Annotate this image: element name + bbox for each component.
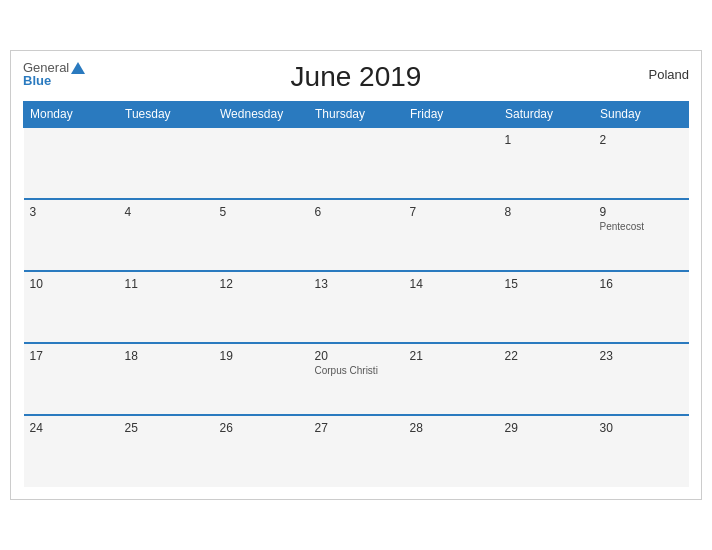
calendar-cell bbox=[309, 127, 404, 199]
calendar-cell: 29 bbox=[499, 415, 594, 487]
day-number: 20 bbox=[315, 349, 398, 363]
calendar-grid: MondayTuesdayWednesdayThursdayFridaySatu… bbox=[23, 101, 689, 487]
day-number: 4 bbox=[125, 205, 208, 219]
calendar-cell: 26 bbox=[214, 415, 309, 487]
week-row-2: 10111213141516 bbox=[24, 271, 689, 343]
country-label: Poland bbox=[649, 67, 689, 82]
calendar-cell: 3 bbox=[24, 199, 119, 271]
calendar-cell: 13 bbox=[309, 271, 404, 343]
day-number: 3 bbox=[30, 205, 113, 219]
logo-triangle-icon bbox=[71, 62, 85, 74]
day-number: 21 bbox=[410, 349, 493, 363]
calendar-cell: 12 bbox=[214, 271, 309, 343]
calendar-cell bbox=[119, 127, 214, 199]
day-number: 29 bbox=[505, 421, 588, 435]
day-number: 19 bbox=[220, 349, 303, 363]
day-event: Pentecost bbox=[600, 221, 683, 232]
calendar-cell: 8 bbox=[499, 199, 594, 271]
calendar-cell: 21 bbox=[404, 343, 499, 415]
day-number: 5 bbox=[220, 205, 303, 219]
calendar-cell: 17 bbox=[24, 343, 119, 415]
calendar-cell bbox=[214, 127, 309, 199]
day-number: 26 bbox=[220, 421, 303, 435]
day-number: 27 bbox=[315, 421, 398, 435]
day-number: 13 bbox=[315, 277, 398, 291]
calendar-cell bbox=[24, 127, 119, 199]
calendar-cell: 15 bbox=[499, 271, 594, 343]
calendar-cell: 6 bbox=[309, 199, 404, 271]
weekday-header-friday: Friday bbox=[404, 102, 499, 128]
day-event: Corpus Christi bbox=[315, 365, 398, 376]
calendar-cell: 20Corpus Christi bbox=[309, 343, 404, 415]
day-number: 23 bbox=[600, 349, 683, 363]
day-number: 15 bbox=[505, 277, 588, 291]
day-number: 16 bbox=[600, 277, 683, 291]
day-number: 8 bbox=[505, 205, 588, 219]
calendar-cell: 2 bbox=[594, 127, 689, 199]
calendar-cell: 25 bbox=[119, 415, 214, 487]
day-number: 10 bbox=[30, 277, 113, 291]
weekday-header-saturday: Saturday bbox=[499, 102, 594, 128]
calendar-cell bbox=[404, 127, 499, 199]
calendar-header: General Blue June 2019 Poland bbox=[23, 61, 689, 93]
weekday-header-sunday: Sunday bbox=[594, 102, 689, 128]
day-number: 9 bbox=[600, 205, 683, 219]
calendar-cell: 9Pentecost bbox=[594, 199, 689, 271]
calendar-title: June 2019 bbox=[291, 61, 422, 93]
weekday-header-wednesday: Wednesday bbox=[214, 102, 309, 128]
calendar-cell: 27 bbox=[309, 415, 404, 487]
week-row-3: 17181920Corpus Christi212223 bbox=[24, 343, 689, 415]
calendar-cell: 19 bbox=[214, 343, 309, 415]
calendar-cell: 7 bbox=[404, 199, 499, 271]
weekday-header-monday: Monday bbox=[24, 102, 119, 128]
day-number: 11 bbox=[125, 277, 208, 291]
week-row-4: 24252627282930 bbox=[24, 415, 689, 487]
weekday-header-thursday: Thursday bbox=[309, 102, 404, 128]
logo: General Blue bbox=[23, 61, 85, 87]
calendar-cell: 24 bbox=[24, 415, 119, 487]
logo-blue-text: Blue bbox=[23, 74, 85, 87]
calendar-cell: 1 bbox=[499, 127, 594, 199]
calendar-cell: 28 bbox=[404, 415, 499, 487]
calendar-cell: 4 bbox=[119, 199, 214, 271]
weekday-header-tuesday: Tuesday bbox=[119, 102, 214, 128]
calendar-cell: 23 bbox=[594, 343, 689, 415]
day-number: 17 bbox=[30, 349, 113, 363]
week-row-0: 12 bbox=[24, 127, 689, 199]
week-row-1: 3456789Pentecost bbox=[24, 199, 689, 271]
day-number: 25 bbox=[125, 421, 208, 435]
day-number: 14 bbox=[410, 277, 493, 291]
calendar-cell: 16 bbox=[594, 271, 689, 343]
day-number: 28 bbox=[410, 421, 493, 435]
day-number: 22 bbox=[505, 349, 588, 363]
calendar-cell: 22 bbox=[499, 343, 594, 415]
day-number: 12 bbox=[220, 277, 303, 291]
day-number: 18 bbox=[125, 349, 208, 363]
day-number: 6 bbox=[315, 205, 398, 219]
weekday-header-row: MondayTuesdayWednesdayThursdayFridaySatu… bbox=[24, 102, 689, 128]
day-number: 30 bbox=[600, 421, 683, 435]
calendar-cell: 18 bbox=[119, 343, 214, 415]
calendar-cell: 5 bbox=[214, 199, 309, 271]
day-number: 2 bbox=[600, 133, 683, 147]
day-number: 24 bbox=[30, 421, 113, 435]
calendar-cell: 11 bbox=[119, 271, 214, 343]
day-number: 1 bbox=[505, 133, 588, 147]
calendar-cell: 10 bbox=[24, 271, 119, 343]
day-number: 7 bbox=[410, 205, 493, 219]
calendar-cell: 30 bbox=[594, 415, 689, 487]
calendar-container: General Blue June 2019 Poland MondayTues… bbox=[10, 50, 702, 500]
calendar-cell: 14 bbox=[404, 271, 499, 343]
